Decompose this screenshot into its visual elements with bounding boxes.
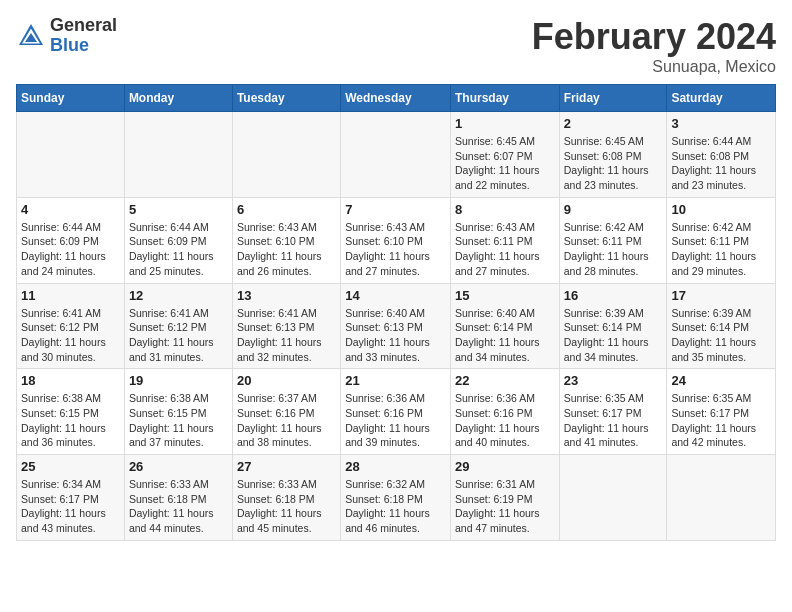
day-cell: 4Sunrise: 6:44 AM Sunset: 6:09 PM Daylig… bbox=[17, 197, 125, 283]
header-cell-saturday: Saturday bbox=[667, 85, 776, 112]
day-number: 16 bbox=[564, 288, 663, 303]
logo-general: General bbox=[50, 16, 117, 36]
location: Sunuapa, Mexico bbox=[532, 58, 776, 76]
day-cell: 25Sunrise: 6:34 AM Sunset: 6:17 PM Dayli… bbox=[17, 455, 125, 541]
day-number: 3 bbox=[671, 116, 771, 131]
day-info: Sunrise: 6:39 AM Sunset: 6:14 PM Dayligh… bbox=[671, 306, 771, 365]
day-cell: 14Sunrise: 6:40 AM Sunset: 6:13 PM Dayli… bbox=[341, 283, 451, 369]
day-info: Sunrise: 6:41 AM Sunset: 6:13 PM Dayligh… bbox=[237, 306, 336, 365]
day-info: Sunrise: 6:41 AM Sunset: 6:12 PM Dayligh… bbox=[21, 306, 120, 365]
day-cell: 9Sunrise: 6:42 AM Sunset: 6:11 PM Daylig… bbox=[559, 197, 667, 283]
day-cell bbox=[667, 455, 776, 541]
day-cell: 3Sunrise: 6:44 AM Sunset: 6:08 PM Daylig… bbox=[667, 112, 776, 198]
day-number: 6 bbox=[237, 202, 336, 217]
day-cell: 20Sunrise: 6:37 AM Sunset: 6:16 PM Dayli… bbox=[232, 369, 340, 455]
week-row-2: 4Sunrise: 6:44 AM Sunset: 6:09 PM Daylig… bbox=[17, 197, 776, 283]
day-info: Sunrise: 6:36 AM Sunset: 6:16 PM Dayligh… bbox=[345, 391, 446, 450]
day-cell: 18Sunrise: 6:38 AM Sunset: 6:15 PM Dayli… bbox=[17, 369, 125, 455]
day-info: Sunrise: 6:35 AM Sunset: 6:17 PM Dayligh… bbox=[564, 391, 663, 450]
day-number: 7 bbox=[345, 202, 446, 217]
week-row-1: 1Sunrise: 6:45 AM Sunset: 6:07 PM Daylig… bbox=[17, 112, 776, 198]
calendar-table: SundayMondayTuesdayWednesdayThursdayFrid… bbox=[16, 84, 776, 541]
day-number: 12 bbox=[129, 288, 228, 303]
day-cell: 6Sunrise: 6:43 AM Sunset: 6:10 PM Daylig… bbox=[232, 197, 340, 283]
day-info: Sunrise: 6:37 AM Sunset: 6:16 PM Dayligh… bbox=[237, 391, 336, 450]
day-info: Sunrise: 6:34 AM Sunset: 6:17 PM Dayligh… bbox=[21, 477, 120, 536]
day-cell: 16Sunrise: 6:39 AM Sunset: 6:14 PM Dayli… bbox=[559, 283, 667, 369]
day-number: 19 bbox=[129, 373, 228, 388]
day-cell: 5Sunrise: 6:44 AM Sunset: 6:09 PM Daylig… bbox=[124, 197, 232, 283]
day-info: Sunrise: 6:33 AM Sunset: 6:18 PM Dayligh… bbox=[237, 477, 336, 536]
day-number: 18 bbox=[21, 373, 120, 388]
day-info: Sunrise: 6:39 AM Sunset: 6:14 PM Dayligh… bbox=[564, 306, 663, 365]
header-cell-thursday: Thursday bbox=[450, 85, 559, 112]
day-cell: 21Sunrise: 6:36 AM Sunset: 6:16 PM Dayli… bbox=[341, 369, 451, 455]
day-number: 25 bbox=[21, 459, 120, 474]
day-cell: 15Sunrise: 6:40 AM Sunset: 6:14 PM Dayli… bbox=[450, 283, 559, 369]
day-info: Sunrise: 6:45 AM Sunset: 6:07 PM Dayligh… bbox=[455, 134, 555, 193]
day-info: Sunrise: 6:31 AM Sunset: 6:19 PM Dayligh… bbox=[455, 477, 555, 536]
day-number: 26 bbox=[129, 459, 228, 474]
day-info: Sunrise: 6:43 AM Sunset: 6:10 PM Dayligh… bbox=[237, 220, 336, 279]
logo-text: General Blue bbox=[50, 16, 117, 56]
day-cell: 12Sunrise: 6:41 AM Sunset: 6:12 PM Dayli… bbox=[124, 283, 232, 369]
day-cell: 19Sunrise: 6:38 AM Sunset: 6:15 PM Dayli… bbox=[124, 369, 232, 455]
day-number: 27 bbox=[237, 459, 336, 474]
day-number: 11 bbox=[21, 288, 120, 303]
logo: General Blue bbox=[16, 16, 117, 56]
day-info: Sunrise: 6:45 AM Sunset: 6:08 PM Dayligh… bbox=[564, 134, 663, 193]
day-cell bbox=[232, 112, 340, 198]
day-cell: 2Sunrise: 6:45 AM Sunset: 6:08 PM Daylig… bbox=[559, 112, 667, 198]
day-cell: 22Sunrise: 6:36 AM Sunset: 6:16 PM Dayli… bbox=[450, 369, 559, 455]
day-info: Sunrise: 6:44 AM Sunset: 6:08 PM Dayligh… bbox=[671, 134, 771, 193]
day-info: Sunrise: 6:40 AM Sunset: 6:13 PM Dayligh… bbox=[345, 306, 446, 365]
day-number: 15 bbox=[455, 288, 555, 303]
day-info: Sunrise: 6:35 AM Sunset: 6:17 PM Dayligh… bbox=[671, 391, 771, 450]
header-cell-sunday: Sunday bbox=[17, 85, 125, 112]
day-cell bbox=[124, 112, 232, 198]
day-cell: 11Sunrise: 6:41 AM Sunset: 6:12 PM Dayli… bbox=[17, 283, 125, 369]
day-number: 13 bbox=[237, 288, 336, 303]
calendar-body: 1Sunrise: 6:45 AM Sunset: 6:07 PM Daylig… bbox=[17, 112, 776, 541]
day-cell: 27Sunrise: 6:33 AM Sunset: 6:18 PM Dayli… bbox=[232, 455, 340, 541]
day-number: 22 bbox=[455, 373, 555, 388]
day-number: 28 bbox=[345, 459, 446, 474]
day-number: 10 bbox=[671, 202, 771, 217]
day-info: Sunrise: 6:33 AM Sunset: 6:18 PM Dayligh… bbox=[129, 477, 228, 536]
day-cell: 1Sunrise: 6:45 AM Sunset: 6:07 PM Daylig… bbox=[450, 112, 559, 198]
day-cell bbox=[341, 112, 451, 198]
header-cell-friday: Friday bbox=[559, 85, 667, 112]
day-number: 29 bbox=[455, 459, 555, 474]
logo-icon bbox=[16, 21, 46, 51]
day-info: Sunrise: 6:40 AM Sunset: 6:14 PM Dayligh… bbox=[455, 306, 555, 365]
page-header: General Blue February 2024 Sunuapa, Mexi… bbox=[16, 16, 776, 76]
title-block: February 2024 Sunuapa, Mexico bbox=[532, 16, 776, 76]
day-number: 8 bbox=[455, 202, 555, 217]
day-cell: 24Sunrise: 6:35 AM Sunset: 6:17 PM Dayli… bbox=[667, 369, 776, 455]
day-cell bbox=[17, 112, 125, 198]
day-info: Sunrise: 6:42 AM Sunset: 6:11 PM Dayligh… bbox=[564, 220, 663, 279]
week-row-4: 18Sunrise: 6:38 AM Sunset: 6:15 PM Dayli… bbox=[17, 369, 776, 455]
day-number: 1 bbox=[455, 116, 555, 131]
day-info: Sunrise: 6:38 AM Sunset: 6:15 PM Dayligh… bbox=[21, 391, 120, 450]
day-cell: 28Sunrise: 6:32 AM Sunset: 6:18 PM Dayli… bbox=[341, 455, 451, 541]
day-info: Sunrise: 6:44 AM Sunset: 6:09 PM Dayligh… bbox=[21, 220, 120, 279]
day-info: Sunrise: 6:41 AM Sunset: 6:12 PM Dayligh… bbox=[129, 306, 228, 365]
week-row-3: 11Sunrise: 6:41 AM Sunset: 6:12 PM Dayli… bbox=[17, 283, 776, 369]
day-number: 23 bbox=[564, 373, 663, 388]
header-cell-monday: Monday bbox=[124, 85, 232, 112]
day-cell bbox=[559, 455, 667, 541]
day-info: Sunrise: 6:42 AM Sunset: 6:11 PM Dayligh… bbox=[671, 220, 771, 279]
day-cell: 17Sunrise: 6:39 AM Sunset: 6:14 PM Dayli… bbox=[667, 283, 776, 369]
month-title: February 2024 bbox=[532, 16, 776, 58]
day-number: 4 bbox=[21, 202, 120, 217]
day-cell: 26Sunrise: 6:33 AM Sunset: 6:18 PM Dayli… bbox=[124, 455, 232, 541]
day-cell: 13Sunrise: 6:41 AM Sunset: 6:13 PM Dayli… bbox=[232, 283, 340, 369]
day-info: Sunrise: 6:43 AM Sunset: 6:10 PM Dayligh… bbox=[345, 220, 446, 279]
day-number: 17 bbox=[671, 288, 771, 303]
header-row: SundayMondayTuesdayWednesdayThursdayFrid… bbox=[17, 85, 776, 112]
day-number: 24 bbox=[671, 373, 771, 388]
day-number: 20 bbox=[237, 373, 336, 388]
day-info: Sunrise: 6:36 AM Sunset: 6:16 PM Dayligh… bbox=[455, 391, 555, 450]
day-cell: 7Sunrise: 6:43 AM Sunset: 6:10 PM Daylig… bbox=[341, 197, 451, 283]
